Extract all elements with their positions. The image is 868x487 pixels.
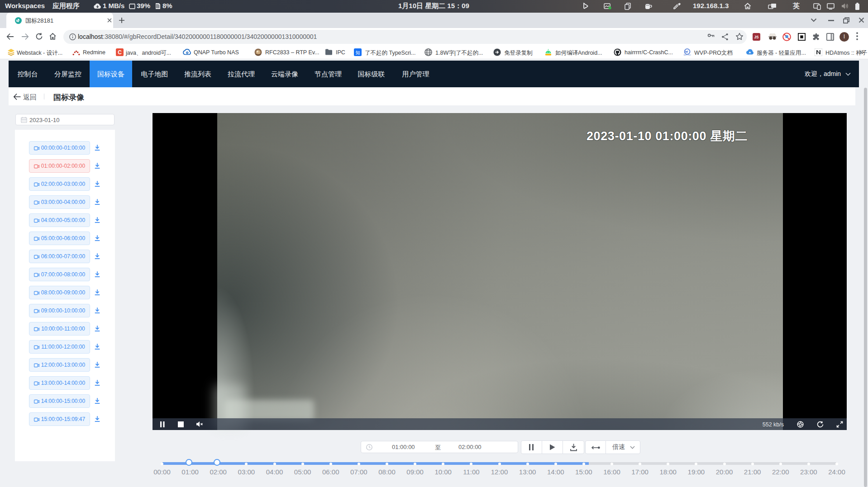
svg-text:知: 知 bbox=[356, 50, 360, 55]
svg-text:JS: JS bbox=[754, 35, 759, 39]
svg-text:WVP-PRO: WVP-PRO bbox=[683, 54, 691, 56]
svg-text:C: C bbox=[118, 49, 122, 56]
